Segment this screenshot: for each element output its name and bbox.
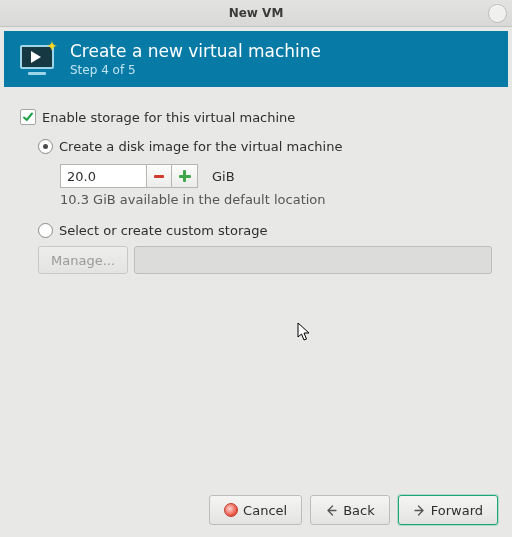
custom-storage-radio[interactable] — [38, 223, 53, 238]
disk-size-decrement[interactable] — [146, 164, 172, 188]
content-area: Enable storage for this virtual machine … — [0, 87, 512, 284]
back-button[interactable]: Back — [310, 495, 390, 525]
disk-size-input[interactable] — [60, 164, 146, 188]
cancel-label: Cancel — [243, 503, 287, 518]
back-icon — [325, 504, 338, 517]
disk-size-unit: GiB — [212, 169, 235, 184]
disk-size-row: GiB — [56, 164, 492, 188]
banner-step: Step 4 of 5 — [70, 63, 321, 77]
close-button[interactable] — [488, 4, 507, 23]
footer: Cancel Back Forward — [0, 495, 512, 525]
titlebar: New VM — [0, 0, 512, 27]
cancel-icon — [224, 503, 238, 517]
forward-button[interactable]: Forward — [398, 495, 498, 525]
wizard-banner: ✦ Create a new virtual machine Step 4 of… — [4, 31, 508, 87]
manage-button: Manage... — [38, 246, 128, 274]
forward-label: Forward — [431, 503, 483, 518]
check-icon — [22, 111, 34, 123]
plus-icon — [179, 170, 191, 182]
back-label: Back — [343, 503, 375, 518]
create-disk-radio[interactable] — [38, 139, 53, 154]
minus-icon — [154, 175, 164, 178]
mouse-cursor — [297, 322, 313, 344]
custom-storage-label: Select or create custom storage — [59, 223, 267, 238]
banner-heading: Create a new virtual machine — [70, 41, 321, 61]
enable-storage-row[interactable]: Enable storage for this virtual machine — [20, 109, 492, 125]
create-disk-label: Create a disk image for the virtual mach… — [59, 139, 342, 154]
cancel-button[interactable]: Cancel — [209, 495, 302, 525]
window-title: New VM — [229, 6, 284, 20]
forward-icon — [413, 504, 426, 517]
vm-icon: ✦ — [18, 43, 58, 75]
custom-storage-row[interactable]: Select or create custom storage — [38, 223, 492, 238]
available-space-hint: 10.3 GiB available in the default locati… — [60, 192, 492, 207]
manage-button-label: Manage... — [51, 253, 115, 268]
disk-size-increment[interactable] — [172, 164, 198, 188]
custom-path-input — [134, 246, 492, 274]
enable-storage-label: Enable storage for this virtual machine — [42, 110, 295, 125]
manage-row: Manage... — [38, 246, 492, 274]
disk-size-spinbox — [60, 164, 198, 188]
enable-storage-checkbox[interactable] — [20, 109, 36, 125]
create-disk-row[interactable]: Create a disk image for the virtual mach… — [38, 139, 492, 154]
